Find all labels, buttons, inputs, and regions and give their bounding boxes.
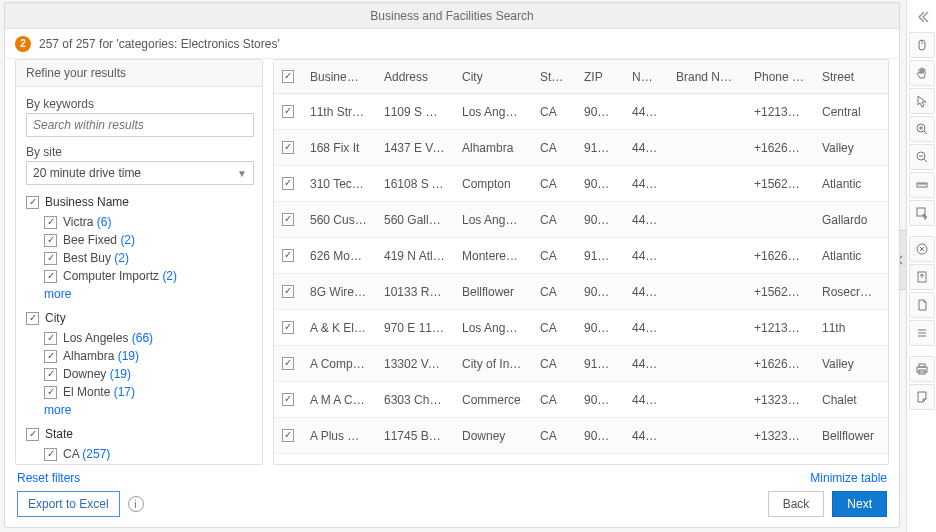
- col-business[interactable]: Busine…▲: [302, 70, 376, 84]
- export-button[interactable]: Export to Excel: [17, 491, 120, 517]
- table-row[interactable]: A M A Com…6303 Chale…CommerceCA90040443……: [274, 382, 888, 418]
- col-city[interactable]: City: [454, 70, 532, 84]
- list-icon[interactable]: [909, 320, 935, 346]
- export-icon[interactable]: [909, 264, 935, 290]
- facet-item[interactable]: El Monte (17): [44, 383, 254, 401]
- row-check-cell[interactable]: [274, 141, 302, 154]
- note-icon[interactable]: [909, 384, 935, 410]
- site-select[interactable]: 20 minute drive time ▼: [26, 161, 254, 185]
- facet-item-checkbox[interactable]: [44, 332, 57, 345]
- facet-checkbox[interactable]: [26, 196, 39, 209]
- zoom-out-icon[interactable]: [909, 144, 935, 170]
- keywords-input[interactable]: [26, 113, 254, 137]
- row-check-cell[interactable]: [274, 285, 302, 298]
- cell-zip: 91754: [576, 249, 624, 263]
- row-check-cell[interactable]: [274, 177, 302, 190]
- col-brand[interactable]: Brand Name: [668, 70, 746, 84]
- result-summary: 2 257 of 257 for 'categories: Electronic…: [5, 29, 899, 59]
- info-icon[interactable]: i: [128, 496, 144, 512]
- facet-item-checkbox[interactable]: [44, 270, 57, 283]
- facet-item[interactable]: Downey (19): [44, 365, 254, 383]
- facet-item[interactable]: Los Angeles (66): [44, 329, 254, 347]
- facet-item-checkbox[interactable]: [44, 216, 57, 229]
- reset-filters-link[interactable]: Reset filters: [17, 471, 80, 485]
- collapse-rail-icon[interactable]: [909, 4, 935, 30]
- facet-item-checkbox[interactable]: [44, 234, 57, 247]
- table-body[interactable]: 11th Street …1109 S Cen…Los AngelesCA900…: [274, 94, 888, 464]
- col-address[interactable]: Address: [376, 70, 454, 84]
- mouse-icon[interactable]: [909, 32, 935, 58]
- table-row[interactable]: A & K Elect…970 E 11th StLos AngelesCA90…: [274, 310, 888, 346]
- col-phone[interactable]: Phone …: [746, 70, 814, 84]
- cell-address: 560 Gallar…: [376, 213, 454, 227]
- facet-item[interactable]: Computer Importz (2): [44, 267, 254, 285]
- facet-item-label: Alhambra (19): [63, 349, 139, 363]
- hand-icon[interactable]: [909, 60, 935, 86]
- row-checkbox[interactable]: [282, 321, 294, 334]
- cell-address: 13302 Vall…: [376, 357, 454, 371]
- facet-item[interactable]: CA (257): [44, 445, 254, 463]
- row-checkbox[interactable]: [282, 393, 294, 406]
- facet-item[interactable]: Victra (6): [44, 213, 254, 231]
- facet-item-checkbox[interactable]: [44, 350, 57, 363]
- row-checkbox[interactable]: [282, 213, 294, 226]
- row-check-cell[interactable]: [274, 105, 302, 118]
- table-row[interactable]: 626 Mobile…419 N Atla…Monterey P…CA91754…: [274, 238, 888, 274]
- ruler-icon[interactable]: [909, 172, 935, 198]
- col-street[interactable]: Street: [814, 70, 886, 84]
- col-zip[interactable]: ZIP: [576, 70, 624, 84]
- row-check-cell[interactable]: [274, 249, 302, 262]
- facet-head[interactable]: Business Name: [26, 195, 254, 209]
- facet-checkbox[interactable]: [26, 428, 39, 441]
- refine-body[interactable]: By keywords By site 20 minute drive time…: [16, 87, 262, 464]
- back-button[interactable]: Back: [768, 491, 825, 517]
- col-naics[interactable]: NAI…: [624, 70, 668, 84]
- minimize-table-link[interactable]: Minimize table: [810, 471, 887, 485]
- select-all-checkbox[interactable]: [282, 70, 294, 83]
- table-row[interactable]: 168 Fix It1437 E Vall…AlhambraCA91801443…: [274, 130, 888, 166]
- facet-item[interactable]: Bee Fixed (2): [44, 231, 254, 249]
- row-checkbox[interactable]: [282, 105, 294, 118]
- row-checkbox[interactable]: [282, 141, 294, 154]
- next-button[interactable]: Next: [832, 491, 887, 517]
- facet-more-link[interactable]: more: [26, 401, 254, 417]
- facet-item[interactable]: Best Buy (2): [44, 249, 254, 267]
- cell-business: 168 Fix It: [302, 141, 376, 155]
- facet-item-checkbox[interactable]: [44, 368, 57, 381]
- facet-more-link[interactable]: more: [26, 285, 254, 301]
- facet-head[interactable]: State: [26, 427, 254, 441]
- clear-icon[interactable]: [909, 236, 935, 262]
- row-check-cell[interactable]: [274, 357, 302, 370]
- refine-panel: Refine your results By keywords By site …: [15, 59, 263, 465]
- select-all-cell[interactable]: [274, 70, 302, 83]
- row-checkbox[interactable]: [282, 357, 294, 370]
- row-checkbox[interactable]: [282, 429, 294, 442]
- row-checkbox[interactable]: [282, 249, 294, 262]
- table-row[interactable]: 8G Wireless10133 Ros…BellflowerCA9070644…: [274, 274, 888, 310]
- table-row[interactable]: A Compute…13302 Vall…City of Ind…CA91746…: [274, 346, 888, 382]
- pointer-icon[interactable]: [909, 88, 935, 114]
- print-icon[interactable]: [909, 356, 935, 382]
- table-row[interactable]: 560 Customs560 Gallar…Los AngelesCA90033…: [274, 202, 888, 238]
- facet-group: Business NameVictra (6)Bee Fixed (2)Best…: [26, 195, 254, 301]
- cell-business: 11th Street …: [302, 105, 376, 119]
- row-checkbox[interactable]: [282, 285, 294, 298]
- table-row[interactable]: A Plus Cctv…11745 Bellf…DowneyCA90241443…: [274, 418, 888, 454]
- row-check-cell[interactable]: [274, 429, 302, 442]
- col-state[interactable]: State: [532, 70, 576, 84]
- facet-item-checkbox[interactable]: [44, 386, 57, 399]
- facet-item-checkbox[interactable]: [44, 252, 57, 265]
- facet-item-checkbox[interactable]: [44, 448, 57, 461]
- facet-checkbox[interactable]: [26, 312, 39, 325]
- select-box-icon[interactable]: [909, 200, 935, 226]
- zoom-in-icon[interactable]: [909, 116, 935, 142]
- facet-head[interactable]: City: [26, 311, 254, 325]
- table-row[interactable]: 11th Street …1109 S Cen…Los AngelesCA900…: [274, 94, 888, 130]
- row-check-cell[interactable]: [274, 321, 302, 334]
- pdf-icon[interactable]: [909, 292, 935, 318]
- table-row[interactable]: 310 Tech R…16108 S Atl…ComptonCA90221443…: [274, 166, 888, 202]
- row-check-cell[interactable]: [274, 393, 302, 406]
- row-checkbox[interactable]: [282, 177, 294, 190]
- facet-item[interactable]: Alhambra (19): [44, 347, 254, 365]
- row-check-cell[interactable]: [274, 213, 302, 226]
